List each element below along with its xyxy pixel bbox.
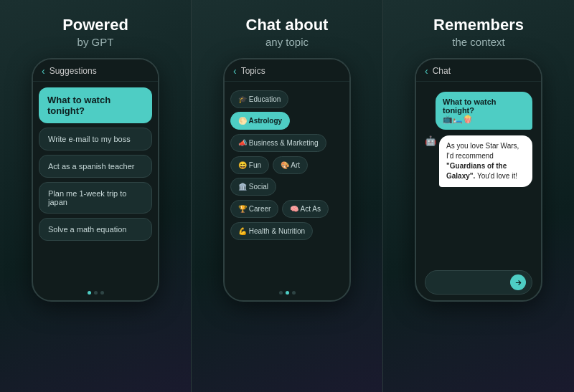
phone-content-2: 🎓 Education 🌕 Astrology 📣 Business & Mar… bbox=[225, 82, 349, 285]
bot-message: As you love Star Wars, I'd recommend "Gu… bbox=[439, 135, 532, 187]
topic-business[interactable]: 📣 Business & Marketing bbox=[230, 134, 326, 152]
chat-title: Chat bbox=[433, 66, 451, 76]
phone-header-2: ‹ Topics bbox=[225, 59, 349, 82]
bot-message-row: 🤖 As you love Star Wars, I'd recommend "… bbox=[425, 135, 532, 187]
panel2-subtitle: any topic bbox=[265, 36, 309, 48]
topic-health[interactable]: 💪 Health & Nutrition bbox=[230, 222, 313, 240]
topics-row-1: 🎓 Education 🌕 Astrology bbox=[230, 90, 344, 130]
page-dots-1 bbox=[33, 291, 158, 295]
topics-row-2: 📣 Business & Marketing bbox=[230, 134, 344, 152]
panel3-subtitle: the context bbox=[452, 36, 504, 48]
dot-2-active bbox=[286, 291, 289, 295]
topics-title: Topics bbox=[241, 66, 265, 76]
page-dots-2 bbox=[225, 291, 349, 295]
highlight-suggestion[interactable]: What to watch tonight? bbox=[39, 87, 152, 123]
phone-content-1: What to watch tonight? Write e-mail to m… bbox=[33, 82, 158, 285]
user-message: What to watch tonight?📺🛏️🍿 bbox=[436, 92, 532, 130]
topic-education[interactable]: 🎓 Education bbox=[230, 90, 288, 108]
panel2-title: Chat about bbox=[246, 16, 329, 34]
dot-1 bbox=[94, 291, 98, 295]
dot-2-0 bbox=[279, 291, 283, 295]
panel-chat-about: Chat about any topic ‹ Topics 🎓 Educatio… bbox=[191, 0, 382, 392]
phone-content-3: What to watch tonight?📺🛏️🍿 🤖 As you love… bbox=[416, 82, 541, 300]
panel1-title: Powered bbox=[62, 16, 128, 34]
chat-input-area[interactable] bbox=[425, 270, 532, 295]
dot-2 bbox=[100, 291, 104, 295]
phone-mockup-1: ‹ Suggestions What to watch tonight? Wri… bbox=[32, 58, 159, 302]
topic-art[interactable]: 🎨 Art bbox=[273, 156, 308, 174]
suggestion-item-2[interactable]: Act as a spanish teacher bbox=[39, 155, 152, 178]
panel3-title: Remembers bbox=[433, 16, 524, 34]
topic-social[interactable]: 🏛️ Social bbox=[230, 178, 276, 196]
robot-icon: 🤖 bbox=[425, 135, 436, 146]
chat-messages: What to watch tonight?📺🛏️🍿 🤖 As you love… bbox=[422, 87, 535, 191]
panel-powered: Powered by GPT ‹ Suggestions What to wat… bbox=[0, 0, 191, 392]
phone-mockup-3: ‹ Chat What to watch tonight?📺🛏️🍿 🤖 As y… bbox=[415, 58, 542, 302]
suggestions-title: Suggestions bbox=[50, 66, 97, 76]
phone-header-1: ‹ Suggestions bbox=[33, 59, 158, 82]
topic-fun[interactable]: 😄 Fun bbox=[230, 156, 269, 174]
phone-header-3: ‹ Chat bbox=[416, 59, 541, 82]
dot-2-2 bbox=[292, 291, 296, 295]
topic-career[interactable]: 🏆 Career bbox=[230, 200, 278, 218]
panel1-subtitle: by GPT bbox=[77, 36, 114, 48]
phone-mockup-2: ‹ Topics 🎓 Education 🌕 Astrology 📣 Busin… bbox=[223, 58, 351, 302]
topics-grid: 🎓 Education 🌕 Astrology 📣 Business & Mar… bbox=[230, 87, 344, 243]
back-icon-2[interactable]: ‹ bbox=[233, 65, 237, 77]
topics-row-4: 🏆 Career 🧠 Act As bbox=[230, 200, 344, 218]
topics-row-3: 😄 Fun 🎨 Art 🏛️ Social bbox=[230, 156, 344, 196]
topic-astrology[interactable]: 🌕 Astrology bbox=[230, 112, 290, 130]
topic-actas[interactable]: 🧠 Act As bbox=[282, 200, 329, 218]
back-icon[interactable]: ‹ bbox=[42, 65, 45, 77]
suggestion-item-1[interactable]: Write e-mail to my boss bbox=[39, 128, 152, 150]
suggestion-item-4[interactable]: Solve a math equation bbox=[39, 218, 152, 241]
suggestion-item-3[interactable]: Plan me 1-week trip to japan bbox=[39, 182, 152, 214]
send-button[interactable] bbox=[510, 274, 526, 290]
dot-active bbox=[88, 291, 91, 295]
panel-remembers: Remembers the context ‹ Chat What to wat… bbox=[382, 0, 574, 392]
back-icon-3[interactable]: ‹ bbox=[425, 65, 428, 77]
topics-row-5: 💪 Health & Nutrition bbox=[230, 222, 344, 240]
